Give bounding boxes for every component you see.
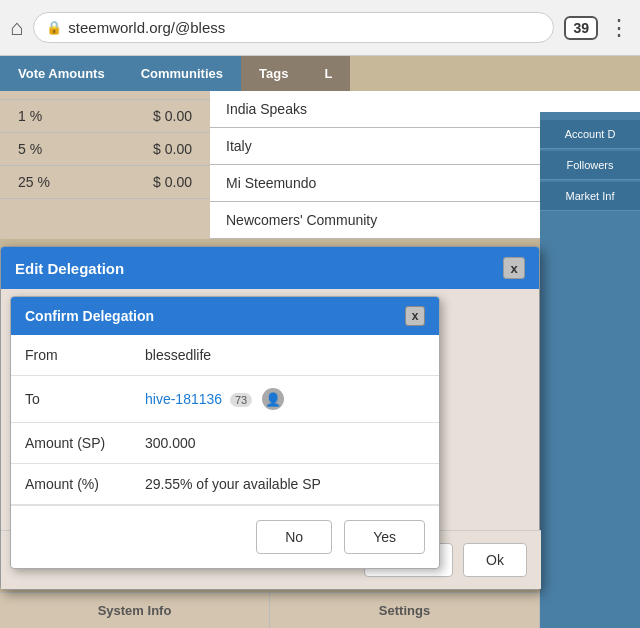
vote-amount-5: $ 0.00	[153, 141, 192, 157]
label-amount-sp: Amount (SP)	[11, 423, 131, 464]
value-amount-pct: 29.55% of your available SP	[131, 464, 439, 505]
system-info-button[interactable]: System Info	[0, 593, 270, 628]
label-amount-pct: Amount (%)	[11, 464, 131, 505]
confirm-dialog-buttons: No Yes	[11, 505, 439, 568]
tab-vote-amounts[interactable]: Vote Amounts	[0, 56, 123, 91]
url-text: steemworld.org/@bless	[68, 19, 225, 36]
info-followers[interactable]: Followers	[540, 151, 640, 180]
tab-count-badge[interactable]: 39	[564, 16, 598, 40]
edit-delegation-close-button[interactable]: x	[503, 257, 525, 279]
confirm-delegation-table: From blessedlife To hive-181136 73 👤 Amo…	[11, 335, 439, 505]
browser-bar: ⌂ 🔒 steemworld.org/@bless 39 ⋮	[0, 0, 640, 56]
vote-amounts-panel: 1 % $ 0.00 5 % $ 0.00 25 % $ 0.00	[0, 91, 210, 239]
vote-pct-25: 25 %	[18, 174, 50, 190]
system-bar: System Info Settings	[0, 592, 540, 628]
vote-row-25pct: 25 % $ 0.00	[0, 166, 210, 199]
confirm-delegation-title: Confirm Delegation	[25, 308, 154, 324]
table-row-from: From blessedlife	[11, 335, 439, 376]
url-bar[interactable]: 🔒 steemworld.org/@bless	[33, 12, 554, 43]
table-row-amount-pct: Amount (%) 29.55% of your available SP	[11, 464, 439, 505]
page-background: Vote Amounts Communities Tags L 1 % $ 0.…	[0, 56, 640, 628]
reputation-badge: 73	[230, 393, 252, 407]
info-account-d[interactable]: Account D	[540, 120, 640, 149]
table-row-to: To hive-181136 73 👤	[11, 376, 439, 423]
confirm-delegation-header: Confirm Delegation x	[11, 297, 439, 335]
vote-amount-25: $ 0.00	[153, 174, 192, 190]
user-avatar-icon: 👤	[262, 388, 284, 410]
value-to: hive-181136 73 👤	[131, 376, 439, 423]
browser-menu-icon[interactable]: ⋮	[608, 15, 630, 41]
right-info-panel: Account D Followers Market Inf	[540, 112, 640, 628]
lock-icon: 🔒	[46, 20, 62, 35]
edit-delegation-title: Edit Delegation	[15, 260, 124, 277]
vote-row-1pct: 1 % $ 0.00	[0, 99, 210, 133]
label-from: From	[11, 335, 131, 376]
value-amount-sp: 300.000	[131, 423, 439, 464]
tab-tags[interactable]: Tags	[241, 56, 306, 91]
value-from: blessedlife	[131, 335, 439, 376]
vote-row-5pct: 5 % $ 0.00	[0, 133, 210, 166]
top-tabs: Vote Amounts Communities Tags L	[0, 56, 640, 91]
tab-l[interactable]: L	[306, 56, 350, 91]
to-account-link[interactable]: hive-181136	[145, 391, 222, 407]
vote-pct-1: 1 %	[18, 108, 42, 124]
no-button[interactable]: No	[256, 520, 332, 554]
ok-button[interactable]: Ok	[463, 543, 527, 577]
vote-amount-1: $ 0.00	[153, 108, 192, 124]
home-icon[interactable]: ⌂	[10, 15, 23, 41]
tab-communities[interactable]: Communities	[123, 56, 241, 91]
settings-button[interactable]: Settings	[270, 593, 540, 628]
table-row-amount-sp: Amount (SP) 300.000	[11, 423, 439, 464]
yes-button[interactable]: Yes	[344, 520, 425, 554]
vote-pct-5: 5 %	[18, 141, 42, 157]
edit-delegation-header: Edit Delegation x	[1, 247, 539, 289]
confirm-delegation-close-button[interactable]: x	[405, 306, 425, 326]
info-market-inf[interactable]: Market Inf	[540, 182, 640, 211]
label-to: To	[11, 376, 131, 423]
confirm-delegation-modal: Confirm Delegation x From blessedlife To…	[10, 296, 440, 569]
